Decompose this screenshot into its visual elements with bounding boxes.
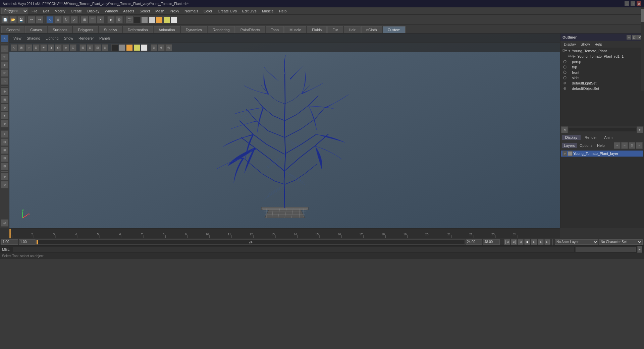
maximize-button[interactable]: □ [631,1,635,6]
snap-tool-button[interactable]: ⊛ [1,88,8,95]
vp-color4[interactable] [133,44,140,51]
outliner-scroll-left[interactable]: ◄ [561,126,568,133]
vp-light-btn[interactable]: ☀ [40,44,47,51]
menu-display[interactable]: Display [85,8,102,14]
menu-edit-uvs[interactable]: Edit UVs [239,8,259,14]
outliner-minimize[interactable]: – [627,35,631,40]
layer-btn4[interactable]: ⊟ [1,155,8,162]
tab-polygons[interactable]: Polygons [73,26,98,33]
outliner-item-ytplant-rd1[interactable]: ▶ Young_Tomato_Plant_rd1_1 [561,54,643,59]
menu-normals[interactable]: Normals [182,8,201,14]
color6-button[interactable] [171,16,177,23]
play-back-button[interactable]: ◄ [518,239,524,245]
vp-shadow-btn[interactable]: ◑ [48,44,54,51]
menu-color[interactable]: Color [201,8,215,14]
save-file-button[interactable]: 💾 [17,16,25,23]
menu-create-uvs[interactable]: Create UVs [215,8,239,14]
options-tab[interactable]: Options [578,143,594,148]
layer-visibility-icon[interactable]: V [562,151,567,156]
menu-window[interactable]: Window [102,8,120,14]
layer-render-icon[interactable] [568,151,573,156]
character-set-dropdown[interactable]: No Character Set [599,239,643,245]
tab-subdivs[interactable]: Subdivs [99,26,122,33]
vp-color5[interactable] [141,44,148,51]
vp-texture-btn[interactable]: ⊞ [33,44,40,51]
out-display-menu[interactable]: Display [562,42,578,47]
layer-remove-btn[interactable]: – [621,142,628,149]
tab-fluids[interactable]: Fluids [307,26,327,33]
menu-proxy[interactable]: Proxy [167,8,182,14]
outliner-item-defaultobjectset[interactable]: ▶ defaultObjectSet [561,86,643,91]
rotate-button[interactable]: ↻ [62,16,70,23]
outliner-vscroll-thumb[interactable] [641,9,644,22]
snap-curve-button[interactable]: ⌒ [89,16,96,23]
timeline-area[interactable]: 1 2 3 4 5 6 7 8 9 10 11 12 13 14 15 16 1… [9,228,560,238]
command-input[interactable] [13,247,574,252]
vp-wireframe-btn[interactable]: ⊠ [18,44,25,51]
tab-custom[interactable]: Custom [383,26,406,33]
outliner-item-side[interactable]: ▶ side [561,75,643,80]
menu-select[interactable]: Select [137,8,153,14]
menu-assets[interactable]: Assets [120,8,137,14]
layer-add-btn[interactable]: + [614,142,621,149]
color4-button[interactable] [156,16,163,23]
out-tab-render[interactable]: Render [581,135,600,140]
move-button[interactable]: ✥ [1,61,8,69]
color5-button[interactable] [163,16,170,23]
translate-button[interactable]: ⊕ [54,16,62,23]
lasso-button[interactable]: ⊾ [1,45,8,53]
outliner-item-front[interactable]: ▶ front [561,70,643,75]
color3-button[interactable] [149,16,155,23]
vp-color2[interactable] [119,44,125,51]
layer-btn5[interactable]: ⊡ [1,163,8,170]
outliner-item-defaultlightset[interactable]: ▶ defaultLightSet [561,80,643,86]
tab-animation[interactable]: Animation [154,26,180,33]
color2-button[interactable] [141,16,148,23]
outliner-vscroll[interactable] [641,7,644,91]
tab-dynamics[interactable]: Dynamics [181,26,207,33]
polygon-mode-dropdown[interactable]: Polygons [1,8,28,14]
undo-button[interactable]: ↩ [28,16,35,23]
layer-btn1[interactable]: ≡ [1,130,8,138]
step-forward-button[interactable]: |► [538,239,544,245]
camera-btn[interactable]: ◎ [1,219,8,227]
feedback-expand-btn[interactable]: ► [637,246,642,253]
vp-clip-btn[interactable]: ⊡ [94,44,101,51]
tab-general[interactable]: General [1,26,24,33]
playblast-button[interactable]: 🎬 [126,16,133,23]
layer-item-young-tomato[interactable]: V Young_Tomato_Plant_layer [561,151,643,157]
close-button[interactable]: ✕ [637,1,641,6]
vp-color1[interactable] [111,44,118,51]
anim-layer-dropdown[interactable]: No Anim Layer [555,239,598,245]
layer-btn2[interactable]: ⊟ [1,138,8,146]
help-tab[interactable]: Help [595,143,607,148]
misc-btn2[interactable]: ⊙ [1,181,8,188]
misc-btn1[interactable]: ⊗ [1,173,8,180]
timeline-range-bar[interactable]: 24 [36,239,465,245]
range-start-input[interactable] [1,239,18,245]
max-frame-input[interactable] [483,239,500,245]
layers-tab[interactable]: Layers [562,143,577,148]
go-start-button[interactable]: |◄ [504,239,510,245]
menu-file[interactable]: File [29,8,40,14]
tab-curves[interactable]: Curves [25,26,47,33]
view-menu[interactable]: View [11,36,23,41]
vp-grid-btn[interactable]: ⊞ [79,44,86,51]
menu-modify[interactable]: Modify [52,8,68,14]
select-tool-button[interactable]: ↖ [46,16,54,23]
new-file-button[interactable]: 📄 [1,16,9,23]
scale-button[interactable]: ⤢ [70,16,78,23]
current-value-input[interactable] [19,239,36,245]
outliner-scrollbar[interactable] [569,128,636,131]
snap-grid-button[interactable]: ⊞ [81,16,88,23]
tab-painteffects[interactable]: PaintEffects [235,26,265,33]
outliner-item-young-tomato-plant[interactable]: ▼ Young_Tomato_Plant [561,48,643,54]
lighting-menu[interactable]: Lighting [44,36,61,41]
out-tab-display[interactable]: Display [562,135,581,140]
go-end-button[interactable]: ►| [544,239,550,245]
redo-button[interactable]: ↪ [36,16,43,23]
tab-toon[interactable]: Toon [266,26,284,33]
menu-help[interactable]: Help [276,8,289,14]
vp-xray-btn[interactable]: ◈ [62,44,69,51]
play-forward-button[interactable]: ► [531,239,537,245]
